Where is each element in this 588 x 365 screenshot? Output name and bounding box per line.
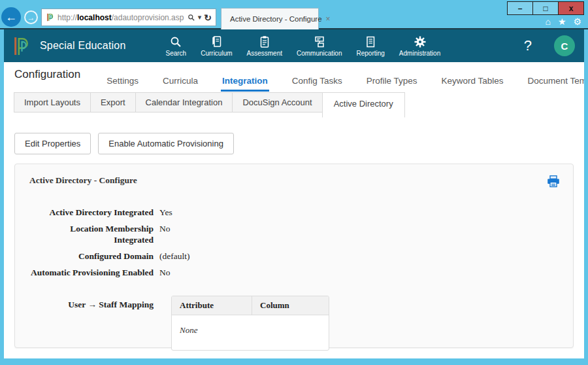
page-content: Special Education Search Curriculum	[4, 29, 584, 358]
clipboard-icon	[258, 35, 271, 48]
field-value: No	[159, 223, 171, 245]
address-bar[interactable]: http://localhost/adautoprovision.asp ▾ ↻	[41, 9, 216, 26]
panel-title: Active Directory - Configure	[29, 175, 137, 186]
search-icon[interactable]	[188, 14, 195, 22]
edit-properties-button[interactable]: Edit Properties	[14, 133, 91, 154]
tab-integration[interactable]: Integration	[221, 76, 269, 92]
favicon-icon	[46, 13, 54, 22]
subtab-export[interactable]: Export	[90, 92, 136, 113]
user-staff-mapping: User → Staff Mapping Attribute Column No…	[29, 296, 559, 351]
url-dropdown-caret-icon[interactable]: ▾	[198, 13, 202, 22]
close-button[interactable]: x	[558, 1, 584, 15]
tab-keyword-tables[interactable]: Keyword Tables	[440, 76, 505, 92]
field-location-membership: Location Membership Integrated No	[29, 223, 559, 245]
subtab-docusign-account[interactable]: DocuSign Account	[232, 92, 322, 113]
column-header-column: Column	[252, 296, 329, 315]
app-title: Special Education	[40, 40, 126, 52]
nav-item-search[interactable]: Search	[159, 35, 194, 57]
nav-item-reporting[interactable]: Reporting	[349, 35, 391, 57]
action-buttons: Edit Properties Enable Automatic Provisi…	[14, 133, 584, 154]
empty-row: None	[172, 315, 329, 350]
enable-automatic-provisioning-button[interactable]: Enable Automatic Provisioning	[98, 133, 234, 154]
report-document-icon	[364, 35, 377, 48]
tab-title: Active Directory - Configure	[230, 15, 322, 23]
print-icon[interactable]	[547, 175, 560, 188]
browser-chrome: – □ x ⌂ ★ ⚙ ← → http://localhost/adautop…	[0, 0, 588, 29]
top-nav: Search Curriculum Ass	[159, 35, 448, 57]
book-icon	[210, 35, 223, 48]
page-title: Configuration	[14, 68, 80, 81]
subtab-calendar-integration[interactable]: Calendar Integration	[135, 92, 233, 113]
subtab-import-layouts[interactable]: Import Layouts	[14, 92, 91, 113]
tab-config-tasks[interactable]: Config Tasks	[291, 76, 344, 92]
search-icon	[169, 35, 182, 48]
maximize-button[interactable]: □	[532, 1, 559, 15]
nav-item-assessment[interactable]: Assessment	[240, 35, 289, 57]
help-button[interactable]: ?	[524, 37, 532, 54]
subtab-active-directory[interactable]: Active Directory	[322, 92, 405, 118]
minimize-button[interactable]: –	[507, 1, 533, 15]
url-text[interactable]: http://localhost/adautoprovision.asp	[57, 13, 184, 22]
field-value: No	[159, 267, 171, 278]
tab-profile-types[interactable]: Profile Types	[365, 76, 419, 92]
nav-item-curriculum[interactable]: Curriculum	[193, 35, 239, 57]
tab-settings[interactable]: Settings	[105, 76, 140, 92]
field-auto-provisioning: Automatic Provisioning Enabled No	[29, 267, 559, 278]
active-directory-panel: Active Directory - Configure Active Dire…	[14, 164, 574, 348]
column-header-attribute: Attribute	[172, 296, 252, 315]
config-bar: Configuration Settings Curricula Integra…	[4, 62, 584, 92]
main-tabs: Settings Curricula Integration Config Ta…	[105, 76, 584, 92]
back-arrow-icon: ←	[5, 10, 17, 24]
tab-document-templates[interactable]: Document Templates	[527, 76, 584, 92]
mapping-table: Attribute Column None	[171, 296, 329, 351]
avatar[interactable]: C	[554, 35, 575, 56]
communication-icon	[313, 35, 326, 48]
field-ad-integrated: Active Directory Integrated Yes	[29, 207, 559, 218]
nav-item-administration[interactable]: Administration	[392, 35, 448, 57]
gear-icon	[414, 35, 427, 48]
back-button[interactable]: ←	[1, 7, 21, 27]
app-logo-icon	[13, 35, 31, 57]
field-configured-domain: Configured Domain (default)	[29, 251, 559, 262]
app-header: Special Education Search Curriculum	[4, 29, 584, 62]
forward-button[interactable]: →	[24, 10, 38, 24]
browser-tab[interactable]: Active Directory - Configure ×	[221, 8, 319, 29]
refresh-icon[interactable]: ↻	[204, 12, 212, 23]
tab-curricula[interactable]: Curricula	[161, 76, 199, 92]
favorites-star-icon[interactable]: ★	[558, 16, 566, 27]
settings-gear-icon[interactable]: ⚙	[573, 16, 581, 27]
tab-close-icon[interactable]: ×	[326, 14, 331, 24]
sub-tabs: Import Layouts Export Calendar Integrati…	[14, 92, 584, 118]
field-value: Yes	[159, 207, 172, 218]
forward-arrow-icon: →	[27, 13, 35, 22]
nav-item-communication[interactable]: Communication	[289, 35, 349, 57]
window-controls: – □ x	[508, 1, 584, 15]
field-value: (default)	[159, 251, 189, 262]
home-icon[interactable]: ⌂	[545, 16, 550, 27]
mapping-label: User → Staff Mapping	[29, 296, 154, 351]
